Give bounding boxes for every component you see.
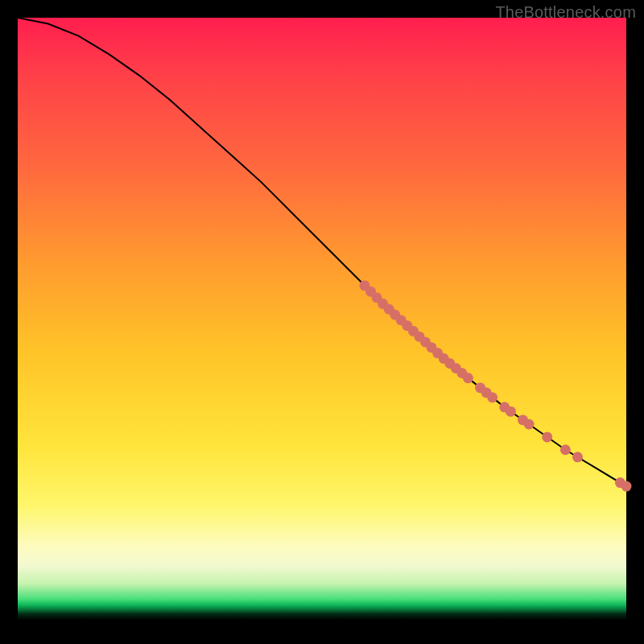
data-point — [542, 431, 552, 442]
chart-stage: TheBottleneck.com — [0, 0, 644, 644]
data-point — [621, 481, 632, 492]
data-point — [463, 373, 473, 383]
data-point — [572, 452, 583, 462]
data-point — [487, 392, 497, 402]
curve-layer — [18, 18, 626, 486]
points-layer — [359, 280, 631, 491]
data-point — [560, 444, 571, 455]
chart-svg — [18, 18, 626, 626]
data-point — [506, 407, 516, 417]
bottleneck-curve — [18, 18, 626, 486]
data-point — [524, 419, 535, 430]
